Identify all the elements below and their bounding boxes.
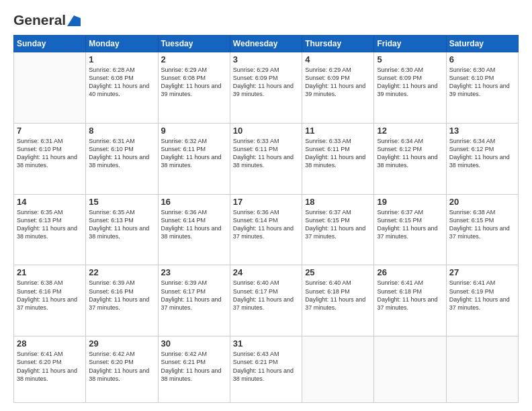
cell-content: Sunrise: 6:41 AMSunset: 6:18 PMDaylight:…	[377, 279, 443, 312]
day-number: 31	[233, 338, 299, 349]
col-monday: Monday	[86, 36, 158, 52]
day-number: 15	[89, 197, 154, 207]
day-number: 18	[305, 197, 371, 207]
cell-content: Sunrise: 6:32 AMSunset: 6:11 PMDaylight:…	[161, 137, 227, 170]
table-row: 11Sunrise: 6:33 AMSunset: 6:11 PMDayligh…	[302, 123, 374, 194]
col-saturday: Saturday	[446, 36, 518, 52]
cell-content: Sunrise: 6:29 AMSunset: 6:09 PMDaylight:…	[233, 66, 299, 99]
cell-content: Sunrise: 6:38 AMSunset: 6:15 PMDaylight:…	[449, 208, 515, 241]
table-row: 23Sunrise: 6:39 AMSunset: 6:17 PMDayligh…	[158, 265, 230, 336]
table-row: 3Sunrise: 6:29 AMSunset: 6:09 PMDaylight…	[230, 52, 302, 124]
day-number: 23	[161, 267, 227, 277]
day-number: 2	[161, 54, 227, 64]
table-row: 14Sunrise: 6:35 AMSunset: 6:13 PMDayligh…	[14, 194, 86, 265]
day-number: 20	[449, 197, 515, 207]
day-number: 1	[89, 54, 154, 64]
col-sunday: Sunday	[14, 36, 86, 52]
day-number: 16	[161, 197, 227, 207]
day-number: 30	[161, 338, 227, 349]
day-number: 25	[305, 267, 371, 277]
col-friday: Friday	[374, 36, 446, 52]
cell-content: Sunrise: 6:30 AMSunset: 6:10 PMDaylight:…	[449, 66, 515, 99]
table-row: 5Sunrise: 6:30 AMSunset: 6:09 PMDaylight…	[374, 52, 446, 124]
cell-content: Sunrise: 6:35 AMSunset: 6:13 PMDaylight:…	[89, 208, 154, 241]
day-number: 24	[233, 267, 299, 277]
table-row: 22Sunrise: 6:39 AMSunset: 6:16 PMDayligh…	[86, 265, 158, 336]
day-number: 11	[305, 126, 371, 136]
cell-content: Sunrise: 6:42 AMSunset: 6:21 PMDaylight:…	[161, 350, 227, 383]
cell-content: Sunrise: 6:33 AMSunset: 6:11 PMDaylight:…	[233, 137, 299, 170]
table-row	[374, 336, 446, 403]
cell-content: Sunrise: 6:41 AMSunset: 6:20 PMDaylight:…	[17, 350, 83, 383]
day-number: 8	[89, 126, 154, 136]
table-row: 31Sunrise: 6:43 AMSunset: 6:21 PMDayligh…	[230, 336, 302, 403]
table-row: 16Sunrise: 6:36 AMSunset: 6:14 PMDayligh…	[158, 194, 230, 265]
day-number: 10	[233, 126, 299, 136]
cell-content: Sunrise: 6:36 AMSunset: 6:14 PMDaylight:…	[161, 208, 227, 241]
col-wednesday: Wednesday	[230, 36, 302, 52]
table-row	[14, 52, 86, 124]
calendar-week-row: 21Sunrise: 6:38 AMSunset: 6:16 PMDayligh…	[14, 265, 519, 336]
day-number: 28	[17, 338, 83, 349]
day-number: 17	[233, 197, 299, 207]
table-row: 20Sunrise: 6:38 AMSunset: 6:15 PMDayligh…	[446, 194, 518, 265]
table-row: 21Sunrise: 6:38 AMSunset: 6:16 PMDayligh…	[14, 265, 86, 336]
table-row: 30Sunrise: 6:42 AMSunset: 6:21 PMDayligh…	[158, 336, 230, 403]
day-number: 27	[449, 267, 515, 277]
cell-content: Sunrise: 6:29 AMSunset: 6:08 PMDaylight:…	[161, 66, 227, 99]
table-row: 6Sunrise: 6:30 AMSunset: 6:10 PMDaylight…	[446, 52, 518, 124]
logo-text-block: General	[13, 12, 66, 28]
col-tuesday: Tuesday	[158, 36, 230, 52]
logo-line1: General	[13, 12, 66, 28]
cell-content: Sunrise: 6:40 AMSunset: 6:17 PMDaylight:…	[233, 279, 299, 312]
table-row: 19Sunrise: 6:37 AMSunset: 6:15 PMDayligh…	[374, 194, 446, 265]
cell-content: Sunrise: 6:39 AMSunset: 6:16 PMDaylight:…	[89, 279, 154, 312]
cell-content: Sunrise: 6:31 AMSunset: 6:10 PMDaylight:…	[17, 137, 83, 170]
day-number: 29	[89, 338, 154, 349]
table-row: 13Sunrise: 6:34 AMSunset: 6:12 PMDayligh…	[446, 123, 518, 194]
day-number: 12	[377, 126, 443, 136]
cell-content: Sunrise: 6:43 AMSunset: 6:21 PMDaylight:…	[233, 350, 299, 383]
day-number: 19	[377, 197, 443, 207]
table-row: 28Sunrise: 6:41 AMSunset: 6:20 PMDayligh…	[14, 336, 86, 403]
calendar-week-row: 7Sunrise: 6:31 AMSunset: 6:10 PMDaylight…	[14, 123, 519, 194]
table-row: 18Sunrise: 6:37 AMSunset: 6:15 PMDayligh…	[302, 194, 374, 265]
cell-content: Sunrise: 6:34 AMSunset: 6:12 PMDaylight:…	[449, 137, 515, 170]
day-number: 22	[89, 267, 154, 277]
cell-content: Sunrise: 6:39 AMSunset: 6:17 PMDaylight:…	[161, 279, 227, 312]
calendar-header-row: Sunday Monday Tuesday Wednesday Thursday…	[14, 36, 519, 52]
table-row: 8Sunrise: 6:31 AMSunset: 6:10 PMDaylight…	[86, 123, 158, 194]
table-row	[446, 336, 518, 403]
day-number: 4	[305, 54, 371, 64]
cell-content: Sunrise: 6:30 AMSunset: 6:09 PMDaylight:…	[377, 66, 443, 99]
table-row: 17Sunrise: 6:36 AMSunset: 6:14 PMDayligh…	[230, 194, 302, 265]
cell-content: Sunrise: 6:31 AMSunset: 6:10 PMDaylight:…	[89, 137, 154, 170]
day-number: 3	[233, 54, 299, 64]
cell-content: Sunrise: 6:41 AMSunset: 6:19 PMDaylight:…	[449, 279, 515, 312]
table-row: 2Sunrise: 6:29 AMSunset: 6:08 PMDaylight…	[158, 52, 230, 124]
cell-content: Sunrise: 6:28 AMSunset: 6:08 PMDaylight:…	[89, 66, 154, 99]
calendar-table: Sunday Monday Tuesday Wednesday Thursday…	[13, 35, 519, 403]
day-number: 14	[17, 197, 83, 207]
table-row: 7Sunrise: 6:31 AMSunset: 6:10 PMDaylight…	[14, 123, 86, 194]
header: General	[13, 12, 519, 28]
day-number: 7	[17, 126, 83, 136]
cell-content: Sunrise: 6:34 AMSunset: 6:12 PMDaylight:…	[377, 137, 443, 170]
table-row: 24Sunrise: 6:40 AMSunset: 6:17 PMDayligh…	[230, 265, 302, 336]
calendar-week-row: 14Sunrise: 6:35 AMSunset: 6:13 PMDayligh…	[14, 194, 519, 265]
cell-content: Sunrise: 6:37 AMSunset: 6:15 PMDaylight:…	[377, 208, 443, 241]
table-row: 9Sunrise: 6:32 AMSunset: 6:11 PMDaylight…	[158, 123, 230, 194]
table-row	[302, 336, 374, 403]
cell-content: Sunrise: 6:35 AMSunset: 6:13 PMDaylight:…	[17, 208, 83, 241]
day-number: 21	[17, 267, 83, 277]
day-number: 9	[161, 126, 227, 136]
calendar-week-row: 1Sunrise: 6:28 AMSunset: 6:08 PMDaylight…	[14, 52, 519, 124]
cell-content: Sunrise: 6:38 AMSunset: 6:16 PMDaylight:…	[17, 279, 83, 312]
table-row: 10Sunrise: 6:33 AMSunset: 6:11 PMDayligh…	[230, 123, 302, 194]
cell-content: Sunrise: 6:36 AMSunset: 6:14 PMDaylight:…	[233, 208, 299, 241]
table-row: 27Sunrise: 6:41 AMSunset: 6:19 PMDayligh…	[446, 265, 518, 336]
cell-content: Sunrise: 6:40 AMSunset: 6:18 PMDaylight:…	[305, 279, 371, 312]
logo: General	[13, 12, 66, 28]
table-row: 4Sunrise: 6:29 AMSunset: 6:09 PMDaylight…	[302, 52, 374, 124]
table-row: 15Sunrise: 6:35 AMSunset: 6:13 PMDayligh…	[86, 194, 158, 265]
